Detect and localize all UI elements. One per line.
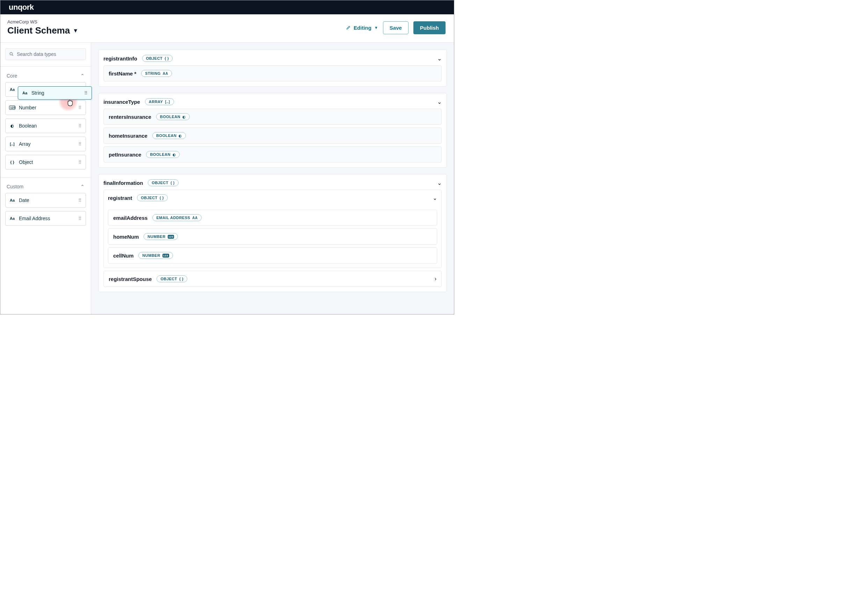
search-icon: [9, 52, 14, 56]
type-item-object[interactable]: { } Object ⠿: [5, 155, 86, 170]
boolean-icon: ◐: [9, 124, 16, 128]
field-name: homeNum: [113, 234, 139, 240]
schema-node-emailaddress[interactable]: emailAddress EMAIL ADDRESS Aa: [108, 210, 437, 226]
type-badge-number: NUMBER 123: [144, 233, 178, 240]
page-title[interactable]: Client Schema ▼: [7, 25, 78, 36]
caret-down-icon: ▼: [73, 28, 78, 34]
sidebar: Search data types Core ⌃ Aa String ⠿ Aa: [0, 43, 91, 314]
field-name: rentersInsurance: [109, 114, 151, 120]
type-label: Array: [19, 141, 30, 147]
boolean-icon: ◐: [179, 134, 182, 138]
badge-label: OBJECT: [161, 277, 177, 281]
field-name: finalInformation: [103, 180, 143, 186]
drag-handle-icon[interactable]: ⠿: [78, 105, 82, 111]
drag-handle-icon[interactable]: ⠿: [78, 216, 82, 221]
boolean-icon: ◐: [183, 115, 186, 119]
type-label: Date: [19, 197, 30, 203]
chevron-down-icon[interactable]: ⌄: [432, 195, 437, 201]
drag-handle-icon[interactable]: ⠿: [78, 123, 82, 129]
string-icon: Aa: [163, 72, 168, 75]
type-badge-object: OBJECT { }: [142, 55, 173, 62]
array-icon: [..]: [165, 100, 170, 104]
object-icon: { }: [160, 196, 164, 200]
badge-label: BOOLEAN: [160, 115, 181, 119]
field-name: insuranceType: [103, 99, 140, 105]
brand-logo: unqork: [9, 3, 34, 12]
type-item-date[interactable]: Aa Date ⠿: [5, 193, 86, 208]
schema-node-homenum[interactable]: homeNum NUMBER 123: [108, 228, 437, 245]
search-placeholder: Search data types: [17, 52, 56, 57]
type-badge-boolean: BOOLEAN ◐: [156, 113, 190, 120]
schema-node-rentersinsurance[interactable]: rentersInsurance BOOLEAN ◐: [103, 109, 442, 125]
badge-label: NUMBER: [147, 234, 165, 239]
svg-line-1: [12, 55, 13, 56]
type-label: Boolean: [19, 123, 37, 129]
type-item-boolean[interactable]: ◐ Boolean ⠿: [5, 119, 86, 133]
schema-node-finalinformation[interactable]: finalInformation OBJECT { } ⌄ registrant…: [98, 174, 447, 292]
divider: [0, 177, 91, 178]
chevron-up-icon: ⌃: [80, 184, 84, 189]
schema-node-registrantinfo[interactable]: registrantInfo OBJECT { } ⌄ firstName * …: [98, 50, 447, 87]
caret-down-icon: ▼: [374, 25, 378, 30]
string-icon: Aa: [9, 87, 16, 92]
schema-node-registrant[interactable]: registrant OBJECT { } ⌄ emailAddress: [103, 190, 442, 268]
type-badge-number: NUMBER 123: [138, 252, 173, 259]
search-input[interactable]: Search data types: [5, 48, 86, 60]
section-list-core: Aa String ⠿ Aa String ⠿ 123 Number: [5, 82, 86, 170]
save-button[interactable]: Save: [383, 21, 409, 34]
string-icon: Aa: [22, 91, 28, 95]
section-header-core[interactable]: Core ⌃: [7, 73, 84, 79]
badge-label: STRING: [145, 71, 161, 75]
type-item-email-address[interactable]: Aa Email Address ⠿: [5, 211, 86, 226]
chevron-up-icon: ⌃: [80, 73, 84, 79]
type-label: Number: [19, 105, 36, 111]
schema-node-homeinsurance[interactable]: homeInsurance BOOLEAN ◐: [103, 128, 442, 144]
page-title-text: Client Schema: [7, 25, 70, 36]
type-badge-boolean: BOOLEAN ◐: [152, 132, 186, 139]
publish-button[interactable]: Publish: [414, 21, 445, 34]
chevron-down-icon[interactable]: ⌄: [437, 55, 442, 62]
section-header-custom[interactable]: Custom ⌃: [7, 184, 84, 189]
chevron-down-icon[interactable]: ⌄: [437, 98, 442, 105]
badge-label: BOOLEAN: [150, 152, 170, 156]
string-icon: Aa: [192, 216, 197, 220]
type-item-number[interactable]: 123 Number ⠿: [5, 100, 86, 115]
breadcrumb[interactable]: AcmeCorp WS: [7, 19, 78, 25]
badge-label: OBJECT: [151, 181, 169, 185]
type-item-array[interactable]: [..] Array ⠿: [5, 137, 86, 151]
string-icon: Aa: [9, 198, 16, 202]
type-label: Email Address: [19, 215, 50, 221]
field-name: registrantSpouse: [109, 276, 151, 282]
badge-label: NUMBER: [142, 253, 160, 258]
section-title: Core: [7, 73, 17, 79]
schema-node-cellnum[interactable]: cellNum NUMBER 123: [108, 247, 437, 264]
array-icon: [..]: [9, 142, 16, 146]
field-name: petInsurance: [109, 151, 141, 158]
field-name: firstName *: [109, 70, 136, 76]
object-icon: { }: [165, 56, 169, 61]
type-item-string-dragging[interactable]: Aa String ⠿: [18, 86, 92, 100]
section-list-custom: Aa Date ⠿ Aa Email Address ⠿: [5, 193, 86, 226]
type-badge-object: OBJECT { }: [137, 194, 168, 201]
number-icon: 123: [9, 106, 16, 110]
schema-node-registrantspouse[interactable]: registrantSpouse OBJECT { } ›: [103, 271, 442, 287]
badge-label: BOOLEAN: [156, 133, 177, 138]
number-icon: 123: [168, 235, 174, 239]
editing-mode-dropdown[interactable]: Editing ▼: [346, 25, 378, 31]
drag-handle-icon[interactable]: ⠿: [78, 198, 82, 203]
brand-bar: unqork: [0, 0, 454, 14]
drag-handle-icon[interactable]: ⠿: [84, 91, 88, 96]
drag-handle-icon[interactable]: ⠿: [78, 160, 82, 165]
object-icon: { }: [9, 160, 16, 164]
object-icon: { }: [179, 277, 183, 281]
schema-node-firstname[interactable]: firstName * STRING Aa: [103, 66, 442, 81]
page-header: AcmeCorp WS Client Schema ▼ Editing ▼ Sa…: [0, 14, 454, 43]
badge-label: EMAIL ADDRESS: [156, 215, 190, 220]
chevron-down-icon[interactable]: ⌄: [437, 180, 442, 186]
chevron-right-icon[interactable]: ›: [435, 276, 436, 282]
drag-handle-icon[interactable]: ⠿: [78, 142, 82, 147]
string-icon: Aa: [9, 216, 16, 220]
type-badge-email: EMAIL ADDRESS Aa: [152, 214, 201, 221]
schema-node-insurancetype[interactable]: insuranceType ARRAY [..] ⌄ rentersInsura…: [98, 93, 447, 168]
schema-node-petinsurance[interactable]: petInsurance BOOLEAN ◐: [103, 147, 442, 162]
